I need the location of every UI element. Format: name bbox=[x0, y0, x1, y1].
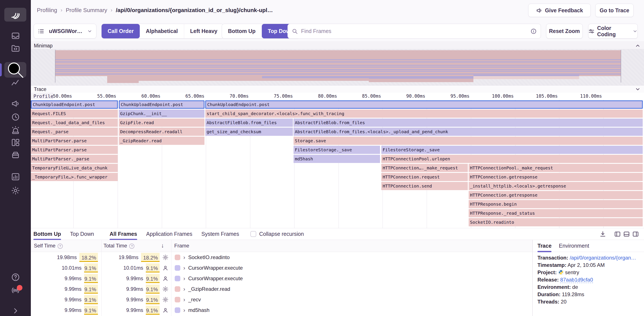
table-row[interactable]: 9.99ms9.1%9.99ms9.1%›CursorWrapper.execu… bbox=[31, 273, 532, 284]
flame-frame[interactable]: AbstractFileBlob.from_files.<locals>._up… bbox=[294, 128, 643, 136]
flame-frame[interactable]: AbstractFileBlob.from_files bbox=[294, 119, 643, 127]
detail-value[interactable]: sentry bbox=[565, 270, 579, 275]
thread-selector-dropdown[interactable]: uWSGIWor… bbox=[34, 24, 96, 38]
flame-frame[interactable]: Request.FILES bbox=[31, 109, 118, 118]
flame-frame[interactable]: MultiPartParser._parse bbox=[31, 155, 118, 163]
whats-new-broadcast-icon[interactable] bbox=[0, 286, 31, 295]
flame-frame[interactable]: ChunkUploadEndpoint.post bbox=[31, 100, 118, 109]
table-row[interactable]: 9.99ms9.1%9.99ms9.1%›_GzipReader.read bbox=[31, 284, 532, 294]
flame-frame[interactable]: GzipChunk.__init__ bbox=[119, 109, 204, 118]
sort-alphabetical-button[interactable]: Alphabetical bbox=[140, 24, 184, 38]
alerts-siren-icon[interactable] bbox=[0, 125, 31, 135]
table-row[interactable]: 9.99ms9.1%9.99ms9.1%›_recv bbox=[31, 294, 532, 305]
explore-search-icon[interactable] bbox=[4, 62, 26, 78]
help-circle-icon[interactable]: ? bbox=[58, 244, 63, 249]
tab-application-frames[interactable]: Application Frames bbox=[146, 228, 192, 240]
minimap-viewport-right[interactable] bbox=[621, 50, 621, 82]
flame-frame[interactable]: HTTPConnection…._make_request bbox=[381, 164, 468, 172]
flame-frame[interactable]: ChunkUploadEndpoint.post bbox=[205, 100, 643, 109]
table-row[interactable]: 19.98ms18.2%19.98ms18.2%›SocketIO.readin… bbox=[31, 252, 532, 263]
flame-frame[interactable]: HTTPConnection.send bbox=[381, 182, 468, 190]
give-feedback-button[interactable]: Give Feedback bbox=[528, 4, 591, 17]
minimap-canvas[interactable] bbox=[31, 49, 644, 85]
table-row[interactable]: 10.01ms9.1%10.01ms9.1%›CursorWrapper.exe… bbox=[31, 263, 532, 273]
minimap-collapse-icon[interactable] bbox=[635, 43, 640, 48]
flame-frame[interactable]: TemporaryFileU…ive_data_chunk bbox=[31, 164, 118, 172]
export-download-icon[interactable] bbox=[599, 230, 606, 238]
expand-chevron-icon[interactable]: › bbox=[183, 307, 185, 313]
tab-top-down[interactable]: Top Down bbox=[70, 228, 94, 240]
layout-bottom-panel-icon[interactable] bbox=[623, 230, 630, 238]
flame-frame[interactable]: HTTPConnection.getresponse bbox=[469, 173, 643, 181]
expand-chevron-icon[interactable]: › bbox=[183, 286, 185, 292]
go-to-trace-button[interactable]: Go to Trace bbox=[595, 4, 634, 17]
flame-frame[interactable]: HTTPConnectionPool.urlopen bbox=[381, 155, 643, 163]
releases-clock-icon[interactable] bbox=[0, 112, 31, 122]
flame-frame[interactable]: _GzipReader.read bbox=[119, 137, 204, 145]
collapse-sidebar-icon[interactable] bbox=[0, 306, 31, 316]
flame-frame[interactable]: start_child_span_decorator.<locals>.func… bbox=[205, 109, 643, 118]
tab-all-frames[interactable]: All Frames bbox=[110, 228, 137, 240]
details-tab-environment[interactable]: Environment bbox=[559, 240, 589, 252]
breadcrumb-profiling[interactable]: Profiling bbox=[37, 7, 57, 13]
expand-chevron-icon[interactable]: › bbox=[183, 297, 185, 303]
flame-frame[interactable]: HTTPConnection.request bbox=[381, 173, 468, 181]
flame-frame[interactable]: Request._parse bbox=[31, 128, 118, 136]
feedback-megaphone-icon[interactable] bbox=[0, 99, 31, 108]
flame-frame[interactable]: DecompressReader.readall bbox=[119, 128, 204, 136]
collapse-recursion-checkbox[interactable] bbox=[250, 231, 256, 237]
flame-frame[interactable]: FilestoreStorage._save bbox=[381, 146, 643, 154]
flame-frame[interactable]: HTTPResponse._read_status bbox=[469, 209, 643, 217]
flame-frame[interactable]: MultiPartParser.parse bbox=[31, 137, 118, 145]
direction-bottom-up-button[interactable]: Bottom Up bbox=[222, 24, 262, 38]
flame-frame[interactable]: _TemporaryFile…>.func_wrapper bbox=[31, 173, 118, 181]
flame-frame[interactable]: ChunkUploadEndpoint.post bbox=[119, 100, 204, 109]
sort-descending-icon[interactable]: ↓ bbox=[161, 242, 164, 249]
tab-bottom-up[interactable]: Bottom Up bbox=[34, 228, 61, 240]
flame-frame[interactable]: HTTPResponse.begin bbox=[469, 200, 643, 208]
reset-zoom-button[interactable]: Reset Zoom bbox=[546, 24, 583, 38]
flame-frame[interactable]: Storage.save bbox=[294, 137, 643, 145]
details-tab-trace[interactable]: Trace bbox=[538, 240, 552, 252]
issues-icon[interactable] bbox=[0, 31, 31, 40]
flame-frame[interactable]: AbstractFileBlob.from_files bbox=[205, 119, 293, 127]
layout-right-panel-icon[interactable] bbox=[632, 230, 639, 238]
projects-icon[interactable] bbox=[0, 43, 31, 53]
flamegraph[interactable]: ChunkUploadEndpoint.postChunkUploadEndpo… bbox=[31, 100, 644, 228]
find-frames-input[interactable] bbox=[301, 28, 527, 34]
flame-frame[interactable]: md5hash bbox=[294, 155, 380, 163]
settings-gear-icon[interactable] bbox=[0, 186, 31, 195]
insights-icon[interactable] bbox=[0, 78, 31, 88]
detail-value[interactable]: /api/0/organizations/{organ… bbox=[570, 255, 636, 261]
flame-frame[interactable]: get_size_and_checksum bbox=[205, 128, 293, 136]
table-row[interactable]: 9.99ms9.1%9.99ms9.1%›md5hash bbox=[31, 305, 532, 315]
expand-chevron-icon[interactable]: › bbox=[183, 265, 185, 271]
self-time-header[interactable]: Self Time? bbox=[34, 243, 63, 249]
trace-collapse-icon[interactable] bbox=[635, 86, 640, 92]
dashboards-icon[interactable] bbox=[0, 138, 31, 147]
sort-left-heavy-button[interactable]: Left Heavy bbox=[184, 24, 224, 38]
sentry-logo[interactable] bbox=[4, 8, 26, 21]
minimap-viewport-left[interactable] bbox=[55, 50, 56, 82]
flame-frame[interactable]: SocketIO.readinto bbox=[469, 218, 643, 226]
flame-frame[interactable]: HTTPConnection.getresponse bbox=[469, 191, 643, 199]
flame-frame[interactable]: _install_httplib.<locals>.getresponse bbox=[469, 182, 643, 190]
archive-icon[interactable] bbox=[0, 150, 31, 160]
flame-frame[interactable]: GzipFile.read bbox=[119, 119, 204, 127]
flame-frame[interactable]: MultiPartParser.parse bbox=[31, 146, 118, 154]
expand-chevron-icon[interactable]: › bbox=[183, 255, 185, 260]
layout-left-panel-icon[interactable] bbox=[614, 230, 621, 238]
flame-frame[interactable]: FilestoreStorage._save bbox=[294, 146, 380, 154]
tab-system-frames[interactable]: System Frames bbox=[202, 228, 239, 240]
expand-chevron-icon[interactable]: › bbox=[183, 276, 185, 281]
help-circle-icon[interactable]: ? bbox=[129, 244, 134, 249]
flame-frame[interactable]: HTTPConnectionPool._make_request bbox=[469, 164, 643, 172]
total-time-header[interactable]: Total Time? bbox=[104, 243, 134, 249]
info-icon[interactable] bbox=[530, 28, 537, 34]
breadcrumb-profile-summary[interactable]: Profile Summary bbox=[66, 7, 107, 13]
help-icon[interactable] bbox=[0, 273, 31, 282]
flame-frame[interactable]: Request._load_data_and_files bbox=[31, 119, 118, 127]
color-coding-dropdown[interactable]: Color Coding bbox=[588, 24, 638, 38]
stats-icon[interactable] bbox=[0, 172, 31, 182]
detail-value[interactable]: 87aab1d9cfa0 bbox=[560, 277, 593, 283]
